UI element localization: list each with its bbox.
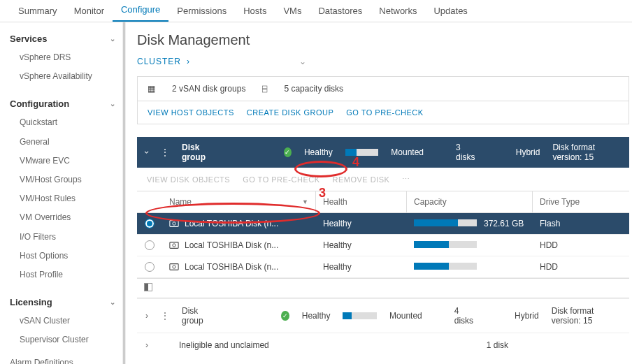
tab-monitor[interactable]: Monitor bbox=[66, 0, 113, 22]
sidebar-item-i-o-filters[interactable]: I/O Filters bbox=[0, 228, 125, 247]
disk-name: Local TOSHIBA Disk (n... bbox=[185, 219, 278, 228]
format-text: Disk format version: 15 bbox=[552, 306, 621, 326]
view-disk-objects-button[interactable]: VIEW DISK OBJECTS bbox=[147, 175, 230, 184]
sidebar-item-vsphere-availability[interactable]: vSphere Availability bbox=[0, 67, 125, 86]
svg-rect-2 bbox=[170, 242, 178, 249]
sidebar-item-host-options[interactable]: Host Options bbox=[0, 247, 125, 265]
table-row[interactable]: Local TOSHIBA Disk (n...HealthyHDD bbox=[137, 235, 629, 256]
more-actions-icon[interactable]: ⋯ bbox=[402, 175, 410, 184]
type-text: Hybrid bbox=[516, 147, 540, 157]
table-footer bbox=[137, 278, 629, 298]
sidebar-section-licensing[interactable]: Licensing ⌄ bbox=[0, 293, 125, 312]
col-health[interactable]: Health bbox=[316, 191, 407, 212]
row-radio[interactable] bbox=[145, 219, 155, 228]
sidebar-item-general[interactable]: General bbox=[0, 133, 125, 152]
tab-permissions[interactable]: Permissions bbox=[168, 0, 235, 22]
svg-point-5 bbox=[173, 265, 175, 268]
tab-networks[interactable]: Networks bbox=[371, 0, 425, 22]
capacity-bar bbox=[345, 149, 379, 156]
svg-point-3 bbox=[173, 244, 175, 247]
table-row[interactable]: Local TOSHIBA Disk (n...Healthy372.61 GB… bbox=[137, 213, 629, 235]
disk-groups-count: 2 vSAN disk groups bbox=[172, 84, 245, 94]
expand-arrow-icon[interactable]: › bbox=[142, 151, 152, 154]
tab-configure[interactable]: Configure bbox=[113, 0, 168, 22]
sidebar-item-vm-host-groups[interactable]: VM/Host Groups bbox=[0, 170, 125, 189]
sort-icon[interactable]: ▼ bbox=[302, 198, 308, 205]
disk-icon bbox=[169, 219, 179, 228]
capacity-text: 372.61 GB bbox=[484, 219, 524, 228]
table-header: Name ▼ Health Capacity Drive Type bbox=[137, 191, 629, 213]
breadcrumb[interactable]: CLUSTER › ⌄ bbox=[137, 57, 629, 66]
format-text: Disk format version: 15 bbox=[552, 143, 621, 162]
sidebar-item-alarm-definitions[interactable]: Alarm Definitions bbox=[0, 354, 125, 364]
sidebar-section-label: Configuration bbox=[10, 99, 69, 109]
col-capacity[interactable]: Capacity bbox=[407, 191, 533, 212]
view-host-objects-button[interactable]: VIEW HOST OBJECTS bbox=[148, 108, 234, 117]
page-title: Disk Management bbox=[137, 32, 629, 48]
sidebar-item-vm-overrides[interactable]: VM Overrides bbox=[0, 208, 125, 227]
action-bar: VIEW HOST OBJECTS CREATE DISK GROUP GO T… bbox=[137, 101, 629, 124]
go-to-precheck-button[interactable]: GO TO PRE-CHECK bbox=[346, 108, 423, 117]
chevron-down-icon: ⌄ bbox=[110, 100, 115, 108]
sidebar-item-host-profile[interactable]: Host Profile bbox=[0, 265, 125, 284]
more-actions-icon[interactable]: ⋮ bbox=[161, 311, 169, 321]
disks-table: Name ▼ Health Capacity Drive Type Local … bbox=[137, 191, 629, 298]
main-tab-bar: SummaryMonitorConfigurePermissionsHostsV… bbox=[0, 0, 632, 22]
capacity-disks-count: 5 capacity disks bbox=[284, 84, 343, 94]
info-bar: ▦ 2 vSAN disk groups ⌸ 5 capacity disks bbox=[137, 76, 629, 101]
tab-summary[interactable]: Summary bbox=[10, 0, 66, 22]
disk-group-panel: › ⋮ Disk group ✓ Healthy Mounted 3 disks… bbox=[137, 137, 629, 357]
svg-point-1 bbox=[173, 222, 175, 225]
health-ok-icon: ✓ bbox=[281, 311, 289, 321]
table-row[interactable]: Local TOSHIBA Disk (n...HealthyHDD bbox=[137, 256, 629, 278]
sidebar-section-services[interactable]: Services ⌄ bbox=[0, 29, 125, 48]
disks-count: 1 disk bbox=[487, 340, 508, 350]
row-radio[interactable] bbox=[145, 262, 155, 272]
capacity-bar bbox=[343, 312, 377, 319]
svg-rect-4 bbox=[170, 264, 178, 270]
go-to-precheck-button[interactable]: GO TO PRE-CHECK bbox=[243, 175, 319, 184]
disk-name: Local TOSHIBA Disk (n... bbox=[185, 240, 278, 250]
svg-rect-0 bbox=[170, 221, 178, 227]
mounted-text: Mounted bbox=[391, 147, 424, 157]
expand-arrow-icon[interactable]: › bbox=[145, 311, 148, 321]
disks-count: 4 disks bbox=[454, 306, 475, 326]
disk-groups-icon: ▦ bbox=[148, 84, 155, 94]
sidebar-section-label: Services bbox=[10, 34, 48, 44]
tab-updates[interactable]: Updates bbox=[425, 0, 475, 22]
chevron-down-icon: ⌄ bbox=[110, 298, 115, 306]
sidebar-item-vsan-cluster[interactable]: vSAN Cluster bbox=[0, 312, 125, 330]
col-name[interactable]: Name ▼ bbox=[162, 191, 316, 212]
more-actions-icon[interactable]: ⋮ bbox=[161, 147, 169, 157]
content-area: Disk Management CLUSTER › ⌄ ▦ 2 vSAN dis… bbox=[126, 22, 632, 364]
create-disk-group-button[interactable]: CREATE DISK GROUP bbox=[247, 108, 333, 117]
column-picker-icon[interactable] bbox=[144, 283, 152, 291]
sidebar-section-label: Licensing bbox=[10, 297, 52, 307]
col-drive[interactable]: Drive Type bbox=[533, 191, 629, 212]
disk-health: Healthy bbox=[316, 213, 407, 234]
summary-row[interactable]: ›⋮Disk group✓HealthyMounted4 disksHybrid… bbox=[137, 298, 629, 333]
sidebar-item-vm-host-rules[interactable]: VM/Host Rules bbox=[0, 189, 125, 208]
expand-arrow-icon[interactable]: › bbox=[145, 340, 148, 350]
disk-health: Healthy bbox=[316, 235, 407, 256]
row-radio[interactable] bbox=[145, 240, 155, 250]
disk-group-header[interactable]: › ⋮ Disk group ✓ Healthy Mounted 3 disks… bbox=[137, 137, 629, 168]
sidebar-item-supervisor-cluster[interactable]: Supervisor Cluster bbox=[0, 330, 125, 349]
disk-health: Healthy bbox=[316, 256, 407, 277]
tab-hosts[interactable]: Hosts bbox=[235, 0, 275, 22]
disk-toolbar: VIEW DISK OBJECTS GO TO PRE-CHECK REMOVE… bbox=[137, 168, 629, 191]
tab-datastores[interactable]: Datastores bbox=[310, 0, 371, 22]
health-text: Healthy bbox=[302, 311, 331, 321]
summary-row[interactable]: ›Ineligible and unclaimed1 disk bbox=[137, 333, 629, 357]
sidebar-section-configuration[interactable]: Configuration ⌄ bbox=[0, 94, 125, 113]
tab-vms[interactable]: VMs bbox=[275, 0, 310, 22]
chevron-down-icon: ⌄ bbox=[110, 35, 115, 43]
sidebar-item-vmware-evc[interactable]: VMware EVC bbox=[0, 152, 125, 170]
chevron-down-icon[interactable]: ⌄ bbox=[299, 57, 306, 66]
disks-count: 3 disks bbox=[456, 143, 477, 162]
disk-icon bbox=[169, 263, 179, 271]
remove-disk-button[interactable]: REMOVE DISK bbox=[333, 175, 390, 184]
sidebar-item-vsphere-drs[interactable]: vSphere DRS bbox=[0, 48, 125, 67]
sidebar-item-quickstart[interactable]: Quickstart bbox=[0, 113, 125, 132]
health-ok-icon: ✓ bbox=[284, 147, 292, 157]
